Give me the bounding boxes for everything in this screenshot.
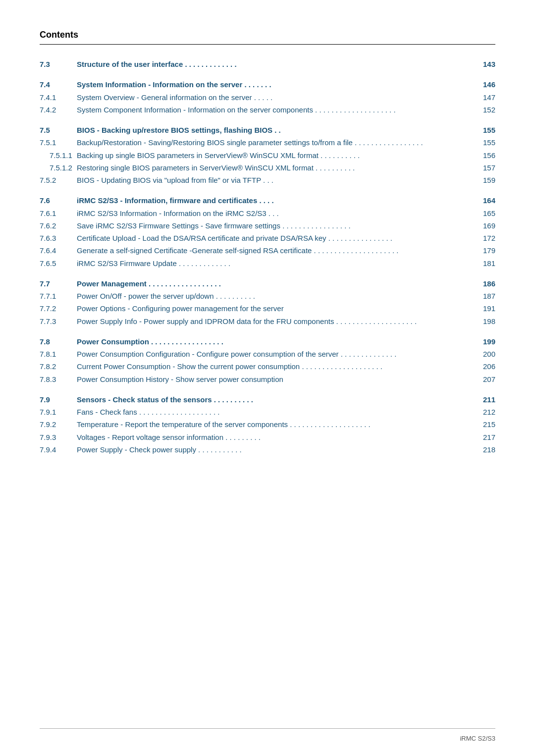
toc-entry: 7.7.1 Power On/Off - power the server up…	[40, 290, 495, 302]
entry-text: Power Supply Info - Power supply and IDP…	[77, 316, 473, 327]
toc-entry: 7.4 System Information - Information on …	[40, 79, 495, 90]
entry-page: 211	[473, 395, 495, 404]
toc-entry: 7.9.4 Power Supply - Check power supply …	[40, 444, 495, 455]
entry-text: Current Power Consumption - Show the cur…	[77, 361, 473, 372]
entry-num: 7.9.3	[40, 433, 77, 441]
entry-text: Save iRMC S2/S3 Firmware Settings - Save…	[77, 220, 473, 231]
toc-entry: 7.8 Power Consumption . . . . . . . . . …	[40, 336, 495, 347]
entry-num: 7.7.3	[40, 317, 77, 325]
toc-entry: 7.3 Structure of the user interface . . …	[40, 58, 495, 70]
toc-container: 7.3 Structure of the user interface . . …	[40, 58, 495, 455]
entry-num: 7.9	[40, 395, 77, 404]
toc-entry: 7.7 Power Management . . . . . . . . . .…	[40, 278, 495, 289]
entry-page: 218	[473, 445, 495, 454]
toc-entry: 7.6.4 Generate a self-signed Certificate…	[40, 245, 495, 256]
toc-entry: 7.9.2 Temperature - Report the temperatu…	[40, 419, 495, 430]
section-gap	[40, 71, 495, 79]
footer-text: iRMC S2/S3	[460, 735, 495, 742]
entry-text: Sensors - Check status of the sensors . …	[77, 394, 473, 405]
entry-page: 169	[473, 221, 495, 230]
entry-text: System Component Information - Informati…	[77, 104, 473, 115]
entry-page: 155	[473, 126, 495, 134]
entry-num: 7.9.1	[40, 408, 77, 416]
entry-num: 7.3	[40, 60, 77, 68]
entry-text: System Overview - General information on…	[77, 92, 473, 103]
toc-entry: 7.6 iRMC S2/S3 - Information, firmware a…	[40, 195, 495, 206]
entry-text: Voltages - Report voltage sensor informa…	[77, 432, 473, 443]
entry-text: iRMC S2/S3 - Information, firmware and c…	[77, 195, 473, 206]
entry-page: 199	[473, 337, 495, 346]
entry-text: iRMC S2/S3 Information - Information on …	[77, 208, 473, 219]
entry-num: 7.5.1.2	[40, 163, 77, 172]
section-gap	[40, 187, 495, 195]
entry-text: Temperature - Report the temperature of …	[77, 419, 473, 430]
toc-entry: 7.6.2 Save iRMC S2/S3 Firmware Settings …	[40, 220, 495, 231]
toc-entry: 7.8.1 Power Consumption Configuration - …	[40, 348, 495, 360]
entry-text: Power Consumption History - Show server …	[77, 374, 473, 385]
entry-num: 7.4.1	[40, 93, 77, 102]
entry-page: 179	[473, 246, 495, 255]
entry-num: 7.8.2	[40, 362, 77, 371]
entry-page: 206	[473, 362, 495, 371]
entry-num: 7.4.2	[40, 106, 77, 114]
entry-num: 7.8.3	[40, 375, 77, 383]
contents-title: Contents	[40, 30, 78, 40]
entry-num: 7.6.3	[40, 234, 77, 242]
entry-text: Backup/Restoration - Saving/Restoring BI…	[77, 137, 473, 148]
entry-page: 146	[473, 80, 495, 89]
entry-text: Power Consumption . . . . . . . . . . . …	[77, 336, 473, 347]
entry-page: 217	[473, 433, 495, 441]
entry-text: Power Management . . . . . . . . . . . .…	[77, 278, 473, 289]
entry-num: 7.6	[40, 196, 77, 205]
entry-num: 7.8.1	[40, 350, 77, 358]
toc-entry: 7.9.1 Fans - Check fans . . . . . . . . …	[40, 406, 495, 418]
entry-text: Backing up single BIOS parameters in Ser…	[77, 150, 473, 161]
section-gap	[40, 116, 495, 124]
entry-page: 157	[473, 163, 495, 172]
entry-num: 7.5.1	[40, 138, 77, 147]
entry-text: BIOS - Backing up/restore BIOS settings,…	[77, 124, 473, 136]
section-gap	[40, 270, 495, 278]
entry-text: iRMC S2/S3 Firmware Update . . . . . . .…	[77, 258, 473, 269]
toc-entry: 7.8.3 Power Consumption History - Show s…	[40, 374, 495, 385]
toc-entry: 7.4.1 System Overview - General informat…	[40, 92, 495, 103]
entry-num: 7.6.5	[40, 259, 77, 268]
entry-num: 7.7	[40, 279, 77, 288]
entry-page: 159	[473, 176, 495, 184]
entry-page: 198	[473, 317, 495, 325]
entry-num: 7.6.1	[40, 209, 77, 217]
entry-text: Restoring single BIOS parameters in Serv…	[77, 162, 473, 173]
entry-page: 156	[473, 151, 495, 160]
entry-num: 7.7.1	[40, 292, 77, 300]
entry-text: Power Options - Configuring power manage…	[77, 303, 473, 314]
entry-page: 164	[473, 196, 495, 205]
entry-text: Power On/Off - power the server up/down …	[77, 290, 473, 302]
entry-page: 181	[473, 259, 495, 268]
entry-text: Structure of the user interface . . . . …	[77, 58, 473, 70]
toc-entry: 7.5 BIOS - Backing up/restore BIOS setti…	[40, 124, 495, 136]
entry-num: 7.6.4	[40, 246, 77, 255]
entry-num: 7.5	[40, 126, 77, 134]
entry-text: Fans - Check fans . . . . . . . . . . . …	[77, 406, 473, 418]
toc-entry: 7.6.5 iRMC S2/S3 Firmware Update . . . .…	[40, 258, 495, 269]
toc-entry: 7.6.1 iRMC S2/S3 Information - Informati…	[40, 208, 495, 219]
footer-divider	[40, 728, 495, 729]
toc-entry: 7.5.1 Backup/Restoration - Saving/Restor…	[40, 137, 495, 148]
entry-num: 7.9.2	[40, 420, 77, 429]
entry-page: 200	[473, 350, 495, 358]
toc-entry: 7.9 Sensors - Check status of the sensor…	[40, 394, 495, 405]
entry-text: Certificate Upload - Load the DSA/RSA ce…	[77, 232, 473, 244]
entry-page: 172	[473, 234, 495, 242]
entry-page: 215	[473, 420, 495, 429]
entry-num: 7.8	[40, 337, 77, 346]
entry-page: 207	[473, 375, 495, 383]
entry-num: 7.6.2	[40, 221, 77, 230]
entry-num: 7.5.2	[40, 176, 77, 184]
entry-page: 165	[473, 209, 495, 217]
entry-text: Generate a self-signed Certificate -Gene…	[77, 245, 473, 256]
toc-entry: 7.8.2 Current Power Consumption - Show t…	[40, 361, 495, 372]
toc-entry: 7.5.1.1 Backing up single BIOS parameter…	[40, 150, 495, 161]
section-gap	[40, 386, 495, 394]
toc-entry: 7.9.3 Voltages - Report voltage sensor i…	[40, 432, 495, 443]
toc-entry: 7.7.3 Power Supply Info - Power supply a…	[40, 316, 495, 327]
